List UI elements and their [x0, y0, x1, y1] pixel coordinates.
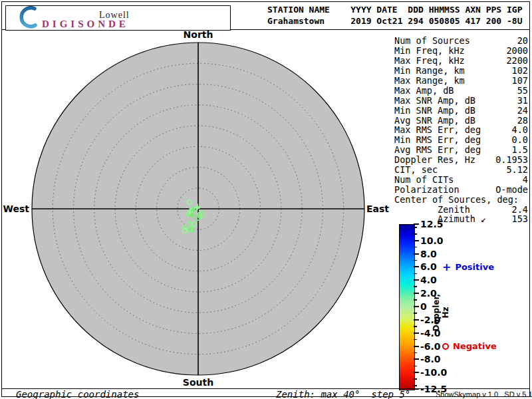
stat-value: 2200 — [506, 55, 528, 66]
colorbar-minor-tick — [414, 299, 417, 301]
stat-value: 5.12 — [506, 164, 528, 175]
stat-value: 0.1953 — [495, 154, 528, 165]
stat-row: Max RMS Err, deg4.0 — [394, 125, 528, 135]
stat-value: 0.0 — [512, 134, 528, 145]
stat-label: Avg SNR Amp, dB — [394, 115, 475, 126]
compass-north-label: North — [184, 29, 213, 40]
colorbar-major-tick — [414, 372, 419, 373]
coordinates-mode-label: Geographic coordinates — [16, 389, 139, 399]
stat-value: 20 — [517, 35, 528, 46]
stat-label: Center of Sources, deg: — [394, 194, 519, 205]
stat-label: Max RMS Err, deg — [394, 124, 481, 135]
colorbar-major-tick — [414, 306, 419, 307]
plus-marker-icon: + — [442, 263, 451, 271]
stat-label: Max Range, km — [394, 75, 465, 86]
stat-label: Max SNR Amp, dB — [394, 95, 475, 106]
stat-value: 2.4 — [512, 204, 528, 215]
stat-row: Max Amp, dB55 — [394, 85, 528, 95]
stat-value: 28 — [517, 115, 528, 126]
stat-label: Doppler Res, Hz — [394, 154, 475, 165]
colorbar-major-tick — [414, 346, 419, 347]
stat-label: Min Freq, kHz — [394, 45, 465, 56]
colorbar-tick-label: 8.0 — [420, 249, 437, 259]
compass-south-label: South — [183, 377, 213, 388]
stat-value: 31 — [517, 95, 528, 106]
stat-label: Max Freq, kHz — [394, 55, 465, 66]
stat-label: CIT, sec — [394, 164, 438, 175]
stat-label: Max Amp, dB — [394, 85, 454, 96]
stat-value: 4 — [523, 174, 528, 185]
stat-row: Avg SNR Amp, dB28 — [394, 115, 528, 125]
stat-value: 1.5 — [512, 144, 528, 155]
colorbar-major-tick — [414, 266, 419, 267]
colorbar-tick-label: 4.0 — [420, 275, 437, 285]
circle-marker-icon — [442, 343, 449, 350]
stat-value: 55 — [517, 85, 528, 96]
colorbar-tick-label: -8.0 — [420, 354, 441, 364]
colorbar-minor-tick — [414, 260, 417, 261]
colorbar-minor-tick — [414, 326, 417, 327]
stat-row: Azimuth ↙153 — [394, 214, 528, 224]
stat-row: Max Range, km107 — [394, 76, 528, 86]
stat-row: Min SNR Amp, dB24 — [394, 105, 528, 115]
colorbar-major-tick — [414, 319, 419, 321]
stat-row: Num of Sources20 — [394, 36, 528, 46]
stat-label: Min SNR Amp, dB — [394, 105, 475, 116]
stat-value: 4.0 — [512, 124, 528, 135]
colorbar-major-tick — [414, 240, 419, 241]
colorbar-tick-label: 10.0 — [420, 235, 444, 246]
colorbar-minor-tick — [414, 247, 417, 248]
colorbar-major-tick — [414, 279, 419, 281]
stat-row: Min Range, km102 — [394, 66, 528, 76]
stat-row: Doppler Res, Hz0.1953 — [394, 155, 528, 165]
stat-value: 153 — [512, 213, 528, 224]
colorbar-tick-label: -10.0 — [420, 367, 447, 378]
stat-value: 24 — [517, 105, 528, 116]
zenith-range-label: Zenith: max 40° step 5° — [276, 389, 410, 399]
showskymap-window: Lowell DIGISONDE STATION NAME YYYY DATE … — [0, 0, 532, 399]
colorbar-minor-tick — [414, 378, 417, 380]
software-version-label: ShowSkymap v 1.0 SD v 5.1 — [436, 390, 532, 398]
stat-value: 2000 — [506, 45, 528, 56]
stat-label: Avg RMS Err, deg — [394, 144, 481, 155]
positive-legend-label: Positive — [455, 262, 494, 272]
stat-row: Num of CITs4 — [394, 174, 528, 184]
compass-west-label: West — [0, 203, 29, 214]
colorbar-minor-tick — [414, 366, 417, 367]
compass-east-label: East — [366, 203, 389, 214]
colorbar-minor-tick — [414, 233, 417, 235]
colorbar-minor-tick — [414, 286, 417, 287]
stat-row: PolarizationO-mode — [394, 184, 528, 194]
colorbar-major-tick — [414, 293, 419, 294]
colorbar-major-tick — [414, 358, 419, 360]
colorbar-minor-tick — [414, 385, 417, 386]
stat-row: Min Freq, kHz2000 — [394, 46, 528, 56]
stat-label: Min RMS Err, deg — [394, 134, 481, 145]
colorbar-tick-label: 6.0 — [420, 261, 437, 272]
stat-row: Zenith2.4 — [394, 204, 528, 214]
colorbar-major-tick — [414, 253, 419, 255]
stat-label: Num of CITs — [394, 174, 454, 185]
colorbar-major-tick — [414, 332, 419, 334]
stat-label: Min Range, km — [394, 65, 465, 76]
colorbar-minor-tick — [414, 339, 417, 340]
positive-doppler-legend: + Positive — [442, 262, 494, 272]
doppler-colorbar — [399, 224, 415, 390]
colorbar-minor-tick — [414, 227, 417, 228]
negative-doppler-legend: Negative — [442, 341, 497, 351]
stat-label: Num of Sources — [394, 35, 470, 46]
doppler-axis-label: Doppler, Hz — [432, 289, 450, 336]
colorbar-minor-tick — [414, 273, 417, 275]
stat-value: 107 — [512, 75, 528, 86]
stat-row: Min RMS Err, deg0.0 — [394, 135, 528, 145]
stat-row: Center of Sources, deg: — [394, 194, 528, 204]
stat-label: Polarization — [394, 184, 460, 195]
colorbar-tick-label: 0 — [420, 301, 427, 312]
stat-value: O-mode — [495, 184, 528, 195]
stat-row: CIT, sec5.12 — [394, 165, 528, 175]
colorbar-major-tick — [414, 223, 419, 225]
stat-row: Avg RMS Err, deg1.5 — [394, 145, 528, 155]
colorbar-tick-label: 12.5 — [420, 219, 444, 229]
stat-row: Max Freq, kHz2200 — [394, 56, 528, 66]
stats-panel: Num of Sources20Min Freq, kHz2000Max Fre… — [394, 36, 528, 224]
